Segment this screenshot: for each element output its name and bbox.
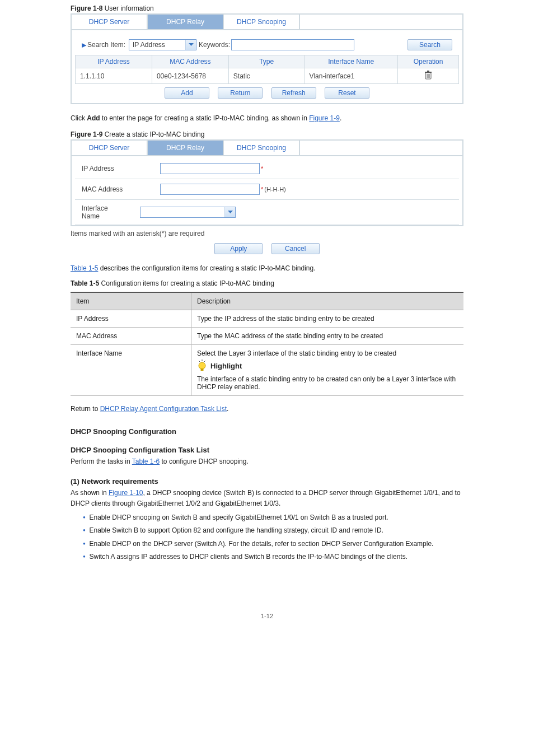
chevron-down-icon: [185, 40, 196, 50]
th-desc: Description: [191, 292, 464, 310]
table-row: Interface Name Select the Layer 3 interf…: [71, 345, 463, 396]
return-button[interactable]: Return: [218, 87, 263, 99]
search-item-label: Search Item:: [87, 41, 125, 49]
figure-1-9: DHCP Server DHCP Relay DHCP Snooping IP …: [71, 139, 463, 254]
search-button[interactable]: Search: [407, 39, 452, 50]
user-info-table: IP Address MAC Address Type Interface Na…: [75, 55, 459, 84]
add-button[interactable]: Add: [165, 87, 209, 99]
mac-hint: (H-H-H): [264, 186, 285, 193]
tab-dhcp-relay[interactable]: DHCP Relay: [148, 15, 224, 29]
figure-1-10-link[interactable]: Figure 1-10: [109, 489, 143, 497]
lightbulb-icon: [197, 360, 207, 372]
delete-icon[interactable]: [424, 71, 432, 81]
bullet-list: ● Enable DHCP snooping on Switch B and s…: [71, 512, 463, 562]
required-note: Items marked with an asterisk(*) are req…: [71, 226, 463, 237]
search-arrow-icon: ▶: [82, 41, 86, 49]
figure-1-9-link[interactable]: Figure 1-9: [309, 114, 340, 122]
reset-button[interactable]: Reset: [325, 87, 369, 99]
page-number: 1-12: [0, 613, 534, 619]
mac-address-label: MAC Address: [78, 185, 160, 193]
snoop-tasklist-hdr: DHCP Snooping Configuration Task List: [71, 446, 463, 454]
mac-address-input[interactable]: [160, 184, 260, 195]
body-text: Table 1-5 describes the configuration it…: [71, 263, 463, 274]
table-row: IP Address Type the IP address of the st…: [71, 310, 463, 328]
col-mac[interactable]: MAC Address: [152, 55, 228, 68]
svg-line-7: [199, 361, 200, 362]
svg-rect-1: [425, 72, 432, 73]
col-op: Operation: [398, 55, 459, 68]
svg-rect-2: [427, 71, 429, 72]
list-item: ● Enable Switch B to support Option 82 a…: [83, 525, 463, 536]
interface-name-label: Interface Name: [78, 204, 118, 220]
return-task-list-link[interactable]: DHCP Relay Agent Configuration Task List: [100, 405, 227, 413]
chevron-down-icon: [224, 207, 235, 217]
keywords-input[interactable]: [231, 39, 354, 50]
required-marker: *: [261, 165, 263, 172]
interface-name-select[interactable]: [140, 207, 236, 218]
table-1-5-link[interactable]: Table 1-5: [71, 264, 98, 272]
tab-dhcp-server[interactable]: DHCP Server: [72, 15, 148, 29]
col-ip[interactable]: IP Address: [76, 55, 152, 68]
dhcp-snooping-heading: DHCP Snooping Configuration: [71, 427, 463, 436]
table-1-6-link[interactable]: Table 1-6: [132, 458, 160, 465]
highlight-label: Highlight: [210, 362, 242, 370]
network-req-hdr: (1) Network requirements: [71, 477, 463, 486]
svg-rect-10: [201, 368, 204, 371]
list-item: ● Enable DHCP snooping on Switch B and s…: [83, 512, 463, 523]
ip-address-label: IP Address: [78, 165, 160, 172]
svg-point-9: [199, 362, 205, 369]
tab-dhcp-snooping[interactable]: DHCP Snooping: [224, 141, 300, 155]
th-item: Item: [71, 292, 191, 310]
apply-button[interactable]: Apply: [214, 243, 263, 254]
search-item-select[interactable]: IP Address: [129, 39, 196, 50]
col-type[interactable]: Type: [228, 55, 305, 68]
figure-1-8: DHCP Server DHCP Relay DHCP Snooping ▶ S…: [71, 13, 463, 104]
keywords-label: Keywords:: [199, 41, 230, 49]
refresh-button[interactable]: Refresh: [271, 87, 316, 99]
list-item: ● Enable DHCP on the DHCP server (Switch…: [83, 539, 463, 549]
table-1-5-caption: Table 1-5 Configuration items for creati…: [71, 279, 534, 287]
cancel-button[interactable]: Cancel: [271, 243, 320, 254]
body-text: Click Add to enter the page for creating…: [71, 113, 463, 124]
tab-dhcp-relay[interactable]: DHCP Relay: [148, 141, 224, 155]
figure-1-9-caption: Figure 1-9 Create a static IP-to-MAC bin…: [71, 130, 534, 138]
svg-line-8: [204, 361, 205, 362]
col-ifname[interactable]: Interface Name: [305, 55, 398, 68]
table-1-5: Item Description IP Address Type the IP …: [71, 292, 463, 396]
tab-dhcp-server[interactable]: DHCP Server: [72, 141, 148, 155]
table-row: 1.1.1.10 00e0-1234-5678 Static Vlan-inte…: [76, 68, 459, 84]
tabbar: DHCP Server DHCP Relay DHCP Snooping: [71, 13, 463, 29]
list-item: ● Switch A assigns IP addresses to DHCP …: [83, 552, 463, 562]
table-row: MAC Address Type the MAC address of the …: [71, 328, 463, 345]
figure-1-8-caption: Figure 1-8 User information: [71, 4, 534, 12]
ip-address-input[interactable]: [160, 163, 260, 174]
tab-dhcp-snooping[interactable]: DHCP Snooping: [224, 15, 300, 29]
